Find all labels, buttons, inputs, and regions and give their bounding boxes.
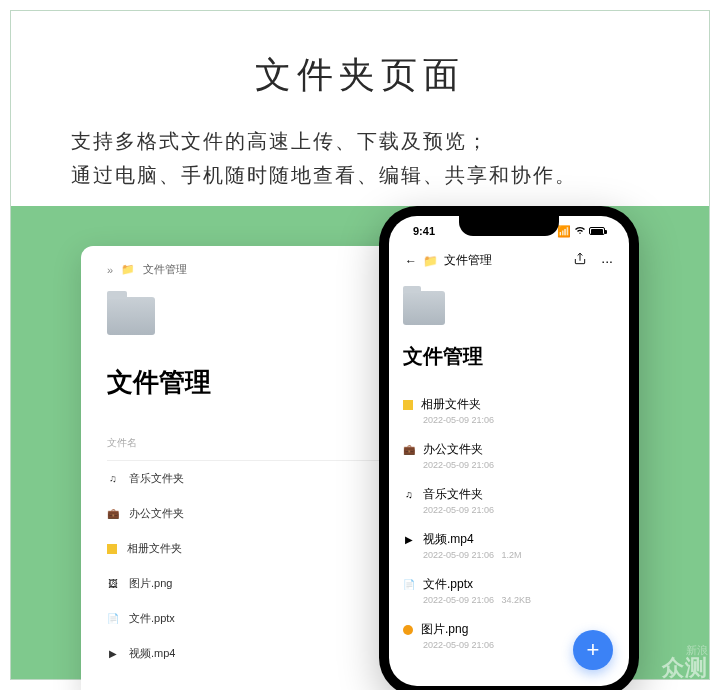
phone-folder-hero-icon <box>403 291 445 325</box>
add-button[interactable]: + <box>573 630 613 670</box>
file-name: 文件.pptx <box>129 611 175 626</box>
file-name: 音乐文件夹 <box>129 471 184 486</box>
phone-mockup: 9:41 📶 ← 📁 文件管理 <box>379 206 639 690</box>
page-desc-1: 支持多格式文件的高速上传、下载及预览； <box>71 124 649 158</box>
image-icon: 🖼 <box>107 578 119 590</box>
header-area: 文件夹页面 支持多格式文件的高速上传、下载及预览； 通过电脑、手机随时随地查看、… <box>11 11 709 212</box>
watermark: 新浪 众测 <box>662 644 708 680</box>
briefcase-icon: 💼 <box>403 444 415 456</box>
file-name: 音乐文件夹 <box>423 486 483 503</box>
chevron-double-icon: » <box>107 264 113 276</box>
list-item[interactable]: 💼办公文件夹 <box>107 496 395 531</box>
breadcrumb-label: 文件管理 <box>143 262 187 277</box>
share-icon[interactable] <box>573 252 587 269</box>
file-name: 相册文件夹 <box>127 541 182 556</box>
image-circle-icon <box>403 625 413 635</box>
gallery-icon <box>403 400 413 410</box>
desktop-window: » 📁 文件管理 文件管理 文件名 ♫音乐文件夹💼办公文件夹相册文件夹🖼图片.p… <box>81 246 421 690</box>
folder-mini-icon: 📁 <box>121 263 135 276</box>
watermark-line1: 新浪 <box>662 644 708 656</box>
desktop-file-list: ♫音乐文件夹💼办公文件夹相册文件夹🖼图片.png📄文件.pptx▶视频.mp4 <box>107 461 395 671</box>
list-item[interactable]: 相册文件夹 <box>107 531 395 566</box>
folder-mini-icon: 📁 <box>423 254 438 268</box>
back-icon[interactable]: ← <box>405 254 417 268</box>
gallery-icon <box>107 544 117 554</box>
phone-topbar: ← 📁 文件管理 ··· <box>403 246 615 279</box>
list-item[interactable]: ▶视频.mp42022-05-09 21:06 1.2M <box>403 523 615 568</box>
desktop-page-title: 文件管理 <box>107 365 395 400</box>
file-meta: 2022-05-09 21:06 <box>403 415 615 425</box>
status-time: 9:41 <box>413 225 435 237</box>
file-name: 办公文件夹 <box>129 506 184 521</box>
video-icon: ▶ <box>403 534 415 546</box>
showcase-stage: » 📁 文件管理 文件管理 文件名 ♫音乐文件夹💼办公文件夹相册文件夹🖼图片.p… <box>11 206 709 679</box>
phone-screen: 9:41 📶 ← 📁 文件管理 <box>389 216 629 686</box>
document-icon: 📄 <box>403 579 415 591</box>
list-item[interactable]: ♫音乐文件夹2022-05-09 21:06 <box>403 478 615 523</box>
battery-icon <box>589 227 605 235</box>
file-name: 文件.pptx <box>423 576 473 593</box>
more-icon[interactable]: ··· <box>601 253 613 269</box>
file-name: 图片.png <box>421 621 468 638</box>
watermark-line2: 众测 <box>662 656 708 680</box>
file-meta: 2022-05-09 21:06 <box>403 460 615 470</box>
music-icon: ♫ <box>107 473 119 485</box>
list-item[interactable]: 相册文件夹2022-05-09 21:06 <box>403 388 615 433</box>
status-icons: 📶 <box>557 225 605 238</box>
promo-frame: 文件夹页面 支持多格式文件的高速上传、下载及预览； 通过电脑、手机随时随地查看、… <box>10 10 710 680</box>
wifi-icon <box>574 225 586 237</box>
page-desc-2: 通过电脑、手机随时随地查看、编辑、共享和协作。 <box>71 158 649 192</box>
signal-icon: 📶 <box>557 225 571 238</box>
file-name: 相册文件夹 <box>421 396 481 413</box>
file-name: 视频.mp4 <box>129 646 175 661</box>
file-meta: 2022-05-09 21:06 1.2M <box>403 550 615 560</box>
music-icon: ♫ <box>403 489 415 501</box>
column-header-name: 文件名 <box>107 436 395 461</box>
phone-notch <box>459 216 559 236</box>
list-item[interactable]: 📄文件.pptx <box>107 601 395 636</box>
phone-breadcrumb[interactable]: 文件管理 <box>444 252 492 269</box>
document-icon: 📄 <box>107 613 119 625</box>
video-icon: ▶ <box>107 648 119 660</box>
breadcrumb[interactable]: » 📁 文件管理 <box>107 262 395 277</box>
list-item[interactable]: 📄文件.pptx2022-05-09 21:06 34.2KB <box>403 568 615 613</box>
briefcase-icon: 💼 <box>107 508 119 520</box>
list-item[interactable]: ▶视频.mp4 <box>107 636 395 671</box>
file-name: 图片.png <box>129 576 172 591</box>
folder-hero-icon <box>107 297 155 335</box>
file-meta: 2022-05-09 21:06 <box>403 505 615 515</box>
phone-file-list: 相册文件夹2022-05-09 21:06💼办公文件夹2022-05-09 21… <box>403 388 615 658</box>
file-meta: 2022-05-09 21:06 34.2KB <box>403 595 615 605</box>
phone-page-title: 文件管理 <box>403 343 615 370</box>
file-name: 视频.mp4 <box>423 531 474 548</box>
list-item[interactable]: 💼办公文件夹2022-05-09 21:06 <box>403 433 615 478</box>
list-item[interactable]: 🖼图片.png <box>107 566 395 601</box>
page-title: 文件夹页面 <box>71 51 649 100</box>
file-name: 办公文件夹 <box>423 441 483 458</box>
list-item[interactable]: ♫音乐文件夹 <box>107 461 395 496</box>
